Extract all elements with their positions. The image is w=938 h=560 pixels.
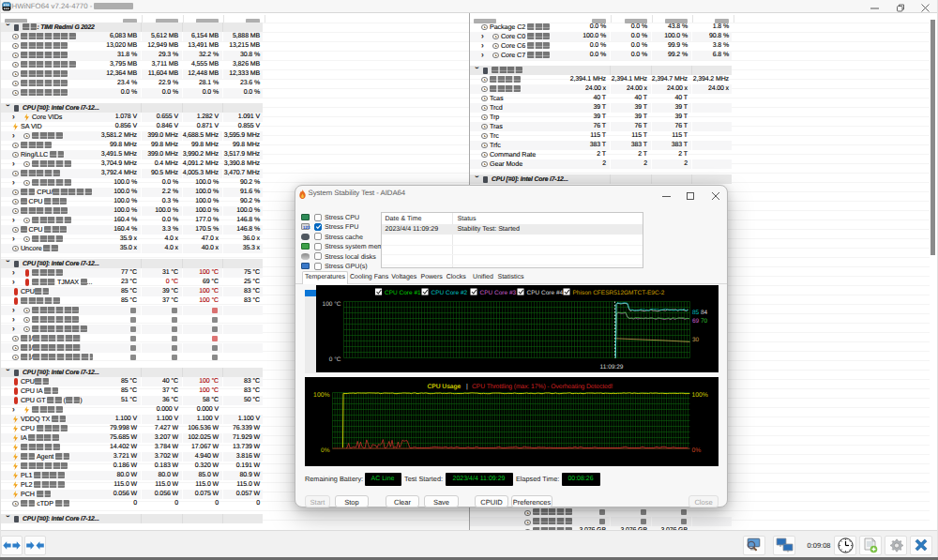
svg-text:69: 69 <box>692 318 700 325</box>
svg-text:CPU Usage: CPU Usage <box>427 384 461 390</box>
svg-text:84: 84 <box>701 310 708 316</box>
svg-text:85: 85 <box>692 310 700 316</box>
svg-text:30: 30 <box>692 337 700 343</box>
svg-text:|: | <box>466 383 468 390</box>
svg-text:CPU Core #3: CPU Core #3 <box>479 290 516 296</box>
svg-text:Phison CFESR512GMTCT-E9C-2: Phison CFESR512GMTCT-E9C-2 <box>572 290 664 296</box>
svg-text:100%: 100% <box>691 392 707 399</box>
svg-text:0%: 0% <box>321 447 330 454</box>
svg-text:CPU Core #4: CPU Core #4 <box>526 290 563 296</box>
svg-text:CPU Throttling (max: 17%) - Ov: CPU Throttling (max: 17%) - Overheating … <box>472 384 613 390</box>
svg-text:CPU Core #1: CPU Core #1 <box>385 290 421 296</box>
svg-text:CPU Core #2: CPU Core #2 <box>431 290 467 296</box>
svg-text:70: 70 <box>701 318 708 325</box>
svg-text:100 °C: 100 °C <box>322 301 340 308</box>
svg-text:11:09:29: 11:09:29 <box>599 364 623 371</box>
svg-text:0%: 0% <box>691 447 701 454</box>
svg-text:0 °C: 0 °C <box>328 356 340 363</box>
svg-text:100%: 100% <box>313 392 329 399</box>
